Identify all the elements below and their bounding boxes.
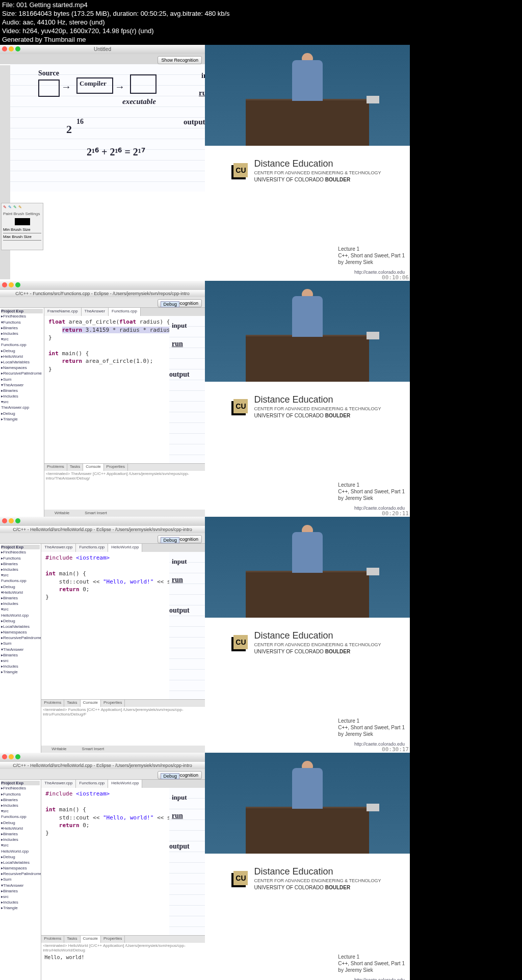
- tab-console[interactable]: Console: [81, 936, 101, 943]
- tree-item[interactable]: Functions.cpp: [1, 342, 43, 348]
- color-swatch[interactable]: [15, 218, 30, 225]
- minimize-icon[interactable]: [9, 282, 14, 287]
- tab-functions[interactable]: Functions.cpp: [76, 780, 108, 788]
- tree-item[interactable]: ▾src: [1, 842, 40, 848]
- tree-item[interactable]: ▸Sum: [1, 377, 43, 382]
- tree-item[interactable]: ▸Includes: [1, 393, 43, 399]
- green-pen-icon[interactable]: ✎: [13, 205, 17, 209]
- tree-item[interactable]: ▸FindNeedles: [1, 313, 43, 319]
- brush-settings-panel[interactable]: ✎ ✎ ✎ ✎ Paint Brush Settings Min Brush S…: [1, 203, 43, 250]
- tree-item[interactable]: ▸Sum: [1, 877, 40, 882]
- tree-item[interactable]: ▾src: [1, 336, 43, 342]
- tree-item[interactable]: ▸Sum: [1, 641, 40, 646]
- tree-item[interactable]: ▸Includes: [1, 331, 43, 336]
- tree-item[interactable]: ▾TheAnswer: [1, 883, 40, 888]
- tree-item[interactable]: ▾HelloWorld: [1, 590, 40, 595]
- tree-item[interactable]: ▸src: [1, 658, 40, 664]
- tree-item[interactable]: TheAnswer.cpp: [1, 405, 43, 410]
- tree-item[interactable]: ▸Functions: [1, 791, 40, 797]
- tree-item[interactable]: ▸RecursivePalindrome: [1, 635, 40, 641]
- tab-functions[interactable]: Functions.cpp: [109, 308, 141, 316]
- tree-item[interactable]: ▸Binaries: [1, 595, 40, 601]
- tab-framename[interactable]: FrameName.cpp: [44, 308, 82, 316]
- tab-theanswer[interactable]: TheAnswer.cpp: [41, 780, 76, 788]
- tree-item[interactable]: ▸Binaries: [1, 388, 43, 393]
- tree-item[interactable]: ▸Includes: [1, 837, 40, 842]
- slider-2[interactable]: [3, 240, 41, 241]
- whiteboard-canvas[interactable]: Source → Compiler → executable input run…: [10, 64, 205, 192]
- zoom-icon[interactable]: [15, 518, 20, 523]
- tab-helloworld[interactable]: HelloWorld.cpp: [108, 780, 142, 788]
- tree-item[interactable]: ▸FindNeedles: [1, 785, 40, 791]
- tree-item[interactable]: ▸Debug: [1, 820, 40, 826]
- tab-console[interactable]: Console: [83, 464, 103, 471]
- tree-item[interactable]: ▸Includes: [1, 664, 40, 669]
- tree-item[interactable]: ▸Binaries: [1, 561, 40, 567]
- tree-item[interactable]: ▾Functions: [1, 320, 43, 325]
- tab-properties[interactable]: Properties: [101, 700, 125, 707]
- tree-item[interactable]: ▸Debug: [1, 618, 40, 624]
- tree-item[interactable]: ▸RecursivePalindrome: [1, 370, 43, 376]
- tree-item[interactable]: ▸LocalVariables: [1, 624, 40, 629]
- zoom-icon[interactable]: [15, 282, 20, 287]
- minimize-icon[interactable]: [9, 46, 14, 51]
- tab-properties[interactable]: Properties: [101, 936, 125, 943]
- project-explorer[interactable]: Project Exp ▸FindNeedles▾Functions ▸Bina…: [0, 308, 44, 517]
- close-icon[interactable]: [2, 282, 7, 287]
- tree-item[interactable]: ▸Debug: [1, 584, 40, 590]
- tree-item[interactable]: ▸FindNeedles: [1, 549, 40, 555]
- project-explorer[interactable]: Project Exp ▸FindNeedles▸Functions ▸Bina…: [0, 544, 41, 753]
- tab-tasks[interactable]: Tasks: [64, 700, 80, 707]
- close-icon[interactable]: [2, 518, 7, 523]
- tree-item[interactable]: ▸Functions: [1, 555, 40, 561]
- tree-item[interactable]: ▸LocalVariables: [1, 359, 43, 365]
- close-icon[interactable]: [2, 754, 7, 759]
- tree-item[interactable]: Functions.cpp: [1, 578, 40, 584]
- tree-item[interactable]: ▸Triangle: [1, 416, 43, 422]
- minimize-icon[interactable]: [9, 518, 14, 523]
- orange-pen-icon[interactable]: ✎: [18, 205, 22, 209]
- window-titlebar[interactable]: Untitled: [0, 45, 205, 54]
- tree-item[interactable]: ▸RecursivePalindrome: [1, 871, 40, 877]
- tree-item[interactable]: ▸Binaries: [1, 831, 40, 837]
- tree-item[interactable]: ▸Includes: [1, 803, 40, 808]
- show-recognition-button[interactable]: Show Recognition: [158, 56, 202, 64]
- debug-perspective-button[interactable]: Debug: [161, 301, 179, 307]
- tree-item[interactable]: ▸Namespaces: [1, 629, 40, 635]
- tree-item[interactable]: ▾TheAnswer: [1, 647, 40, 652]
- tree-item[interactable]: ▸Binaries: [1, 888, 40, 894]
- tree-item[interactable]: ▸Binaries: [1, 797, 40, 803]
- tree-item[interactable]: ▸Debug: [1, 348, 43, 354]
- tab-problems[interactable]: Problems: [41, 936, 64, 943]
- tree-item[interactable]: ▸Debug: [1, 411, 43, 416]
- editor-tabs[interactable]: FrameName.cpp TheAnswer Functions.cpp: [44, 308, 205, 316]
- tab-problems[interactable]: Problems: [41, 700, 64, 707]
- tree-item[interactable]: ▸Binaries: [1, 325, 43, 331]
- tree-item[interactable]: HelloWorld.cpp: [1, 849, 40, 854]
- close-icon[interactable]: [2, 46, 7, 51]
- tree-item[interactable]: ▸Includes: [1, 899, 40, 905]
- tree-item[interactable]: HelloWorld.cpp: [1, 613, 40, 618]
- tab-properties[interactable]: Properties: [104, 464, 128, 471]
- code-editor[interactable]: float area_of_circle(float radius) { ret…: [44, 316, 205, 463]
- tree-item[interactable]: ▸LocalVariables: [1, 860, 40, 865]
- tree-item[interactable]: ▾src: [1, 399, 43, 405]
- tab-theanswer[interactable]: TheAnswer: [82, 308, 109, 316]
- tree-item[interactable]: Functions.cpp: [1, 814, 40, 819]
- tree-item[interactable]: ▸Namespaces: [1, 865, 40, 871]
- console-panel[interactable]: Problems Tasks Console Properties <termi…: [44, 463, 205, 510]
- tree-item[interactable]: ▸Triangle: [1, 669, 40, 675]
- tree-item[interactable]: ▸Triangle: [1, 905, 40, 911]
- tree-item[interactable]: ▸Includes: [1, 567, 40, 572]
- tab-functions[interactable]: Functions.cpp: [76, 544, 108, 552]
- tree-item[interactable]: ▾src: [1, 572, 40, 578]
- tree-item[interactable]: ▸HelloWorld: [1, 354, 43, 359]
- project-exp-tab[interactable]: Project Exp: [1, 309, 43, 313]
- debug-perspective-button[interactable]: Debug: [161, 773, 179, 779]
- tree-item[interactable]: ▾HelloWorld: [1, 826, 40, 831]
- red-pen-icon[interactable]: ✎: [3, 205, 7, 209]
- debug-perspective-button[interactable]: Debug: [161, 537, 179, 543]
- minimize-icon[interactable]: [9, 754, 14, 759]
- tree-item[interactable]: ▾TheAnswer: [1, 382, 43, 388]
- tree-item[interactable]: ▾src: [1, 808, 40, 814]
